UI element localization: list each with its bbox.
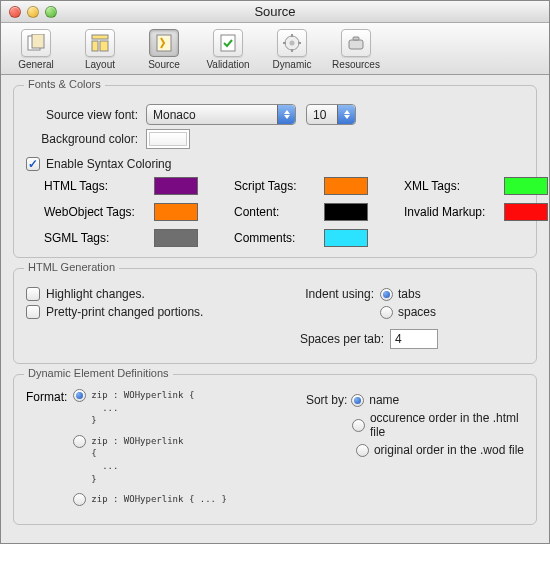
sort-html-label: occurence order in the .html file <box>370 411 524 439</box>
format-radio-2[interactable] <box>73 435 86 448</box>
group-legend: Dynamic Element Definitions <box>24 367 173 379</box>
source-icon <box>149 29 179 57</box>
toolbar: General Layout Source Validation Dynamic… <box>1 23 549 75</box>
layout-icon <box>85 29 115 57</box>
content-swatch[interactable] <box>324 203 368 221</box>
chevron-updown-icon <box>337 105 355 124</box>
comments-swatch[interactable] <box>324 229 368 247</box>
xml-tags-label: XML Tags: <box>404 179 504 193</box>
indent-spaces-radio[interactable] <box>380 306 393 319</box>
html-tags-swatch[interactable] <box>154 177 198 195</box>
highlight-checkbox[interactable] <box>26 287 40 301</box>
svg-rect-1 <box>32 34 44 48</box>
webobject-tags-swatch[interactable] <box>154 203 198 221</box>
spaces-per-tab-label: Spaces per tab: <box>290 332 390 346</box>
webobject-tags-label: WebObject Tags: <box>44 205 154 219</box>
font-size-select[interactable]: 10 <box>306 104 356 125</box>
svg-point-8 <box>290 41 295 46</box>
svg-rect-2 <box>92 35 108 39</box>
sort-name-radio[interactable] <box>351 394 364 407</box>
tab-dynamic[interactable]: Dynamic <box>263 27 321 72</box>
xml-tags-swatch[interactable] <box>504 177 548 195</box>
chevron-updown-icon <box>277 105 295 124</box>
script-tags-label: Script Tags: <box>234 179 324 193</box>
group-fonts-colors: Fonts & Colors Source view font: Monaco … <box>13 85 537 258</box>
format-sample-3: zip : WOHyperlink { ... } <box>91 493 226 506</box>
svg-rect-14 <box>353 37 359 40</box>
format-radio-1[interactable] <box>73 389 86 402</box>
sgml-tags-swatch[interactable] <box>154 229 198 247</box>
format-label: Format: <box>26 389 67 404</box>
pretty-checkbox[interactable] <box>26 305 40 319</box>
resources-icon <box>341 29 371 57</box>
dynamic-icon <box>277 29 307 57</box>
titlebar: Source <box>1 1 549 23</box>
indent-spaces-label: spaces <box>398 305 436 319</box>
bg-color-well[interactable] <box>146 129 190 149</box>
pretty-label: Pretty-print changed portions. <box>46 305 203 319</box>
group-legend: HTML Generation <box>24 261 119 273</box>
invalid-markup-label: Invalid Markup: <box>404 205 504 219</box>
sgml-tags-label: SGML Tags: <box>44 231 154 245</box>
svg-rect-13 <box>349 40 363 49</box>
spaces-per-tab-field[interactable]: 4 <box>390 329 438 349</box>
format-radio-3[interactable] <box>73 493 86 506</box>
window-title: Source <box>1 4 549 19</box>
group-legend: Fonts & Colors <box>24 78 105 90</box>
group-ded: Dynamic Element Definitions Format: zip … <box>13 374 537 525</box>
content-label: Content: <box>234 205 324 219</box>
format-sample-1: zip : WOHyperlink { ... } <box>91 389 194 427</box>
svg-rect-9 <box>291 34 293 37</box>
svg-rect-6 <box>221 35 235 51</box>
highlight-label: Highlight changes. <box>46 287 145 301</box>
general-icon <box>21 29 51 57</box>
svg-rect-4 <box>100 41 108 51</box>
tab-source[interactable]: Source <box>135 27 193 72</box>
tab-general[interactable]: General <box>7 27 65 72</box>
source-font-label: Source view font: <box>26 108 146 122</box>
comments-label: Comments: <box>234 231 324 245</box>
indent-tabs-radio[interactable] <box>380 288 393 301</box>
svg-rect-11 <box>283 42 286 44</box>
tab-resources[interactable]: Resources <box>327 27 385 72</box>
sort-wod-radio[interactable] <box>356 444 369 457</box>
format-sample-2: zip : WOHyperlink { ... } <box>91 435 183 485</box>
html-tags-label: HTML Tags: <box>44 179 154 193</box>
tab-layout[interactable]: Layout <box>71 27 129 72</box>
group-html-generation: HTML Generation Highlight changes. Prett… <box>13 268 537 364</box>
svg-rect-10 <box>291 49 293 52</box>
svg-rect-12 <box>298 42 301 44</box>
indent-label: Indent using: <box>290 287 380 301</box>
sort-html-radio[interactable] <box>352 419 365 432</box>
syntax-label: Enable Syntax Coloring <box>46 157 171 171</box>
sort-label: Sort by: <box>306 393 351 407</box>
invalid-markup-swatch[interactable] <box>504 203 548 221</box>
sort-name-label: name <box>369 393 399 407</box>
syntax-checkbox[interactable] <box>26 157 40 171</box>
svg-rect-3 <box>92 41 98 51</box>
indent-tabs-label: tabs <box>398 287 421 301</box>
tab-validation[interactable]: Validation <box>199 27 257 72</box>
sort-wod-label: original order in the .wod file <box>374 443 524 457</box>
validation-icon <box>213 29 243 57</box>
bg-color-label: Background color: <box>26 132 146 146</box>
font-select[interactable]: Monaco <box>146 104 296 125</box>
script-tags-swatch[interactable] <box>324 177 368 195</box>
